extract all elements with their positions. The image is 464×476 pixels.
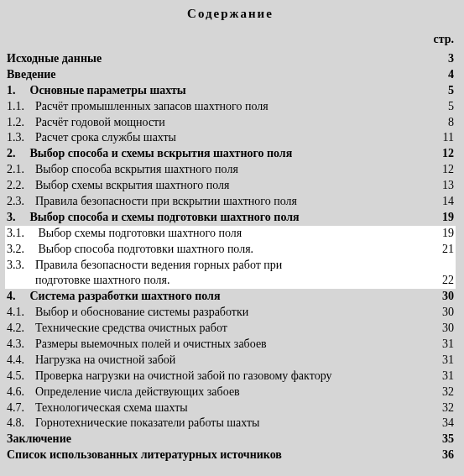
toc-row-page: 30 bbox=[437, 305, 454, 321]
toc-row-page: 22 bbox=[437, 273, 454, 289]
toc-row: Введение4 bbox=[5, 67, 456, 83]
toc-row-number: 2.3. bbox=[7, 194, 35, 210]
toc-row: 4.7.Технологическая схема шахты32 bbox=[5, 400, 456, 416]
toc-row-title: Выбор способа вскрытия шахтного поля bbox=[35, 163, 238, 175]
toc-row-page: 32 bbox=[437, 384, 454, 400]
toc-row-page: 4 bbox=[437, 67, 454, 83]
toc-row-title: Горнотехнические показатели работы шахты bbox=[35, 416, 259, 429]
toc-row-number: 1.1. bbox=[7, 99, 35, 115]
toc-row-text: 4.2.Технические средства очистных работ bbox=[7, 321, 437, 337]
toc-row-title: Выбор способа подготовки шахтного поля. bbox=[35, 243, 253, 255]
toc-row-text: 2.3.Правила безопасности при вскрытии ша… bbox=[7, 194, 437, 210]
toc-row-title: Заключение bbox=[7, 432, 71, 445]
toc-row-text: 1.3.Расчет срока службы шахты bbox=[7, 130, 437, 146]
toc-row-title: подготовке шахтного поля. bbox=[35, 274, 170, 286]
toc-row: 4.6.Определение числа действующих забоев… bbox=[5, 384, 456, 400]
toc-page: Содержание стр. Исходные данные3Введение… bbox=[0, 0, 464, 472]
toc-row-title: Выбор способа и схемы подготовки шахтног… bbox=[30, 211, 300, 223]
toc-row-text: Список использованных литературных источ… bbox=[7, 447, 437, 463]
toc-row-number: 4.6. bbox=[7, 384, 35, 400]
toc-row: 3.3.Правила безопасности ведения горных … bbox=[5, 258, 456, 274]
toc-row-page: 12 bbox=[437, 162, 454, 178]
toc-row-number: 1.3. bbox=[7, 130, 35, 146]
toc-row-text: 4.1.Выбор и обоснование системы разработ… bbox=[7, 305, 437, 321]
toc-row-title: Правила безопасности ведения горных рабо… bbox=[35, 259, 282, 271]
toc-row: 2. Выбор способа и схемы вскрытия шахтно… bbox=[5, 146, 456, 162]
toc-row: 4. Система разработки шахтного поля30 bbox=[5, 289, 456, 305]
toc-row-title: Технологическая схема шахты bbox=[35, 401, 188, 414]
toc-row: 2.3.Правила безопасности при вскрытии ша… bbox=[5, 194, 456, 210]
toc-row-page: 32 bbox=[437, 400, 454, 416]
toc-row: 1.1.Расчёт промышленных запасов шахтного… bbox=[5, 99, 456, 115]
toc-row-title: Определение числа действующих забоев bbox=[35, 385, 240, 398]
toc-body: Исходные данные3Введение41. Основные пар… bbox=[5, 51, 456, 463]
toc-row-title: Размеры выемочных полей и очистных забое… bbox=[35, 337, 267, 350]
toc-row-number: 4.2. bbox=[7, 321, 35, 337]
toc-row: 4.3.Размеры выемочных полей и очистных з… bbox=[5, 337, 456, 353]
toc-row-title: Расчёт годовой мощности bbox=[35, 116, 165, 128]
toc-row-text: 4.3.Размеры выемочных полей и очистных з… bbox=[7, 337, 437, 353]
toc-row-title: Система разработки шахтного поля bbox=[30, 290, 221, 302]
toc-row-text: 4.7.Технологическая схема шахты bbox=[7, 400, 437, 416]
toc-row-page: 31 bbox=[437, 337, 454, 353]
toc-row-number: 4.1. bbox=[7, 305, 35, 321]
toc-row-number: 4.7. bbox=[7, 400, 35, 416]
toc-row-title: Расчёт промышленных запасов шахтного пол… bbox=[35, 100, 268, 112]
toc-row: 4.5.Проверка нагрузки на очистной забой … bbox=[5, 369, 456, 384]
toc-row-page: 34 bbox=[437, 416, 454, 432]
toc-row-title: Исходные данные bbox=[7, 52, 102, 65]
toc-row-title: Выбор схемы подготовки шахтного поля bbox=[35, 227, 242, 239]
toc-row-title: Нагрузка на очистной забой bbox=[35, 353, 175, 366]
toc-row-text: 4.5.Проверка нагрузки на очистной забой … bbox=[7, 369, 437, 384]
toc-row: 2.1.Выбор способа вскрытия шахтного поля… bbox=[5, 162, 456, 178]
toc-row-page: 31 bbox=[437, 353, 454, 369]
toc-row-text: 3.1. Выбор схемы подготовки шахтного пол… bbox=[7, 226, 437, 242]
toc-row-text: 4.4.Нагрузка на очистной забой bbox=[7, 353, 437, 369]
toc-row-title: Расчет срока службы шахты bbox=[35, 131, 176, 144]
toc-row-page: 21 bbox=[437, 242, 454, 258]
toc-row-text: 1.2.Расчёт годовой мощности bbox=[7, 115, 437, 131]
toc-row-number: 1.2. bbox=[7, 115, 35, 131]
toc-row: 4.1.Выбор и обоснование системы разработ… bbox=[5, 305, 456, 321]
toc-row-page: 36 bbox=[437, 447, 454, 463]
toc-row-page: 13 bbox=[437, 178, 454, 194]
toc-row-number: 2.1. bbox=[7, 162, 35, 178]
toc-row-number: 3.1. bbox=[7, 226, 35, 242]
toc-row-text: 3. Выбор способа и схемы подготовки шахт… bbox=[7, 210, 437, 226]
toc-row-page: 30 bbox=[437, 289, 454, 305]
toc-row-text: Исходные данные bbox=[7, 51, 437, 67]
toc-row: Заключение35 bbox=[5, 432, 456, 447]
toc-row-page: 31 bbox=[437, 369, 454, 384]
toc-row-text: 4.8.Горнотехнические показатели работы ш… bbox=[7, 416, 437, 432]
toc-row-page: 5 bbox=[437, 99, 454, 115]
toc-row-text: 1. Основные параметры шахты bbox=[7, 83, 437, 99]
toc-row-number: 3.3. bbox=[7, 258, 35, 274]
toc-row-text: 2. Выбор способа и схемы вскрытия шахтно… bbox=[7, 146, 437, 162]
toc-row-text: 4. Система разработки шахтного поля bbox=[7, 289, 437, 305]
toc-row-page: 19 bbox=[437, 210, 454, 226]
toc-row-title: Выбор и обоснование системы разработки bbox=[35, 306, 248, 318]
toc-row-number: 4.4. bbox=[7, 353, 35, 369]
toc-row: Исходные данные3 bbox=[5, 51, 456, 67]
toc-row-text: 3.3.Правила безопасности ведения горных … bbox=[7, 258, 437, 274]
toc-row: 3.2. Выбор способа подготовки шахтного п… bbox=[5, 242, 456, 258]
toc-row-text: 2.1.Выбор способа вскрытия шахтного поля bbox=[7, 162, 437, 178]
toc-row: 1.2.Расчёт годовой мощности8 bbox=[5, 115, 456, 131]
toc-row: 4.2.Технические средства очистных работ3… bbox=[5, 321, 456, 337]
toc-row: подготовке шахтного поля.22 bbox=[5, 273, 456, 289]
toc-row-number: 4. bbox=[7, 289, 27, 305]
toc-row-number: 3.2. bbox=[7, 242, 35, 258]
toc-row-title: Выбор схемы вскрытия шахтного поля bbox=[35, 179, 229, 191]
toc-row-number: 3. bbox=[7, 210, 27, 226]
toc-row-number: 2.2. bbox=[7, 178, 35, 194]
toc-row-page: 3 bbox=[437, 51, 454, 67]
toc-row-page: 8 bbox=[437, 115, 454, 131]
page-column-label: стр. bbox=[5, 33, 456, 46]
toc-row-title: Введение bbox=[7, 68, 56, 81]
toc-row: 3. Выбор способа и схемы подготовки шахт… bbox=[5, 210, 456, 226]
toc-row-page: 5 bbox=[437, 83, 454, 99]
toc-row: 1.3.Расчет срока службы шахты11 bbox=[5, 130, 456, 146]
toc-row-page: 14 bbox=[437, 194, 454, 210]
toc-row: 2.2.Выбор схемы вскрытия шахтного поля13 bbox=[5, 178, 456, 194]
toc-row-page: 35 bbox=[437, 432, 454, 447]
